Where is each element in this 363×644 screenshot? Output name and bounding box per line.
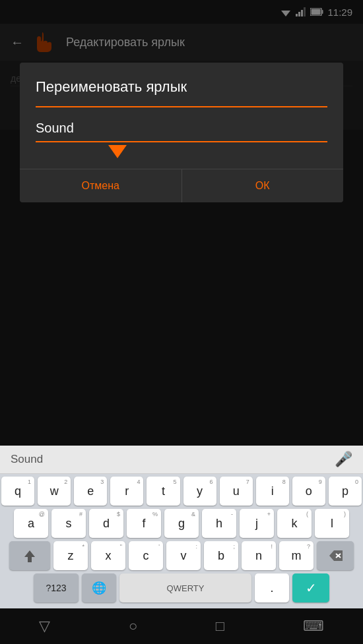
key-s[interactable]: #s [51,509,86,538]
dialog-buttons: Отмена ОК [20,169,343,202]
key-h[interactable]: -h [202,509,236,538]
key-d[interactable]: $d [89,509,123,538]
key-t[interactable]: 5t [147,477,180,506]
dialog-ok-button[interactable]: ОК [182,169,344,202]
key-o[interactable]: 9o [292,477,325,506]
keyboard-row-2: @a #s $d %f &g -h +j (k )l [1,509,362,538]
cursor-indicator [108,145,127,158]
shift-key[interactable] [9,541,50,570]
key-k[interactable]: (k [277,509,312,538]
keyboard-row-3: *z "x 'c :v ;b !n ?m [1,541,362,570]
keyboard-input-text: Sound [11,453,43,466]
key-y[interactable]: 6y [183,477,216,506]
keyboard-row-4: ?123 🌐 QWERTY . ✓ [1,573,362,602]
dialog-divider [36,106,327,107]
key-u[interactable]: 7u [220,477,253,506]
key-x[interactable]: "x [91,541,125,570]
enter-key[interactable]: ✓ [292,573,329,602]
dialog-cancel-button[interactable]: Отмена [20,169,182,202]
key-q[interactable]: 1q [1,477,34,506]
key-m[interactable]: ?m [279,541,314,570]
key-w[interactable]: 2w [38,477,71,506]
keyboard-input-bar: Sound 🎤 [0,446,363,474]
key-p[interactable]: 0p [329,477,362,506]
period-key[interactable]: . [255,573,289,602]
keyboard-row-1: 1q 2w 3e 4r 5t 6y 7u 8i 9o 0p [1,477,362,506]
globe-key[interactable]: 🌐 [82,573,116,602]
dialog-title: Переименовать ярлык [20,63,343,106]
rename-dialog: Переименовать ярлык Отмена ОК [20,63,343,202]
microphone-icon[interactable]: 🎤 [335,451,352,468]
key-f[interactable]: %f [127,509,161,538]
key-r[interactable]: 4r [110,477,143,506]
key-g[interactable]: &g [164,509,199,538]
rename-input[interactable] [36,118,327,142]
key-v[interactable]: :v [166,541,201,570]
key-i[interactable]: 8i [256,477,289,506]
key-c[interactable]: 'c [129,541,163,570]
backspace-key[interactable] [317,541,354,570]
symbols-key[interactable]: ?123 [34,573,79,602]
keyboard-container: Sound 🎤 1q 2w 3e 4r 5t 6y 7u 8i 9o 0p @a… [0,446,363,608]
dialog-input-wrap [20,118,343,163]
key-a[interactable]: @a [14,509,48,538]
key-e[interactable]: 3e [74,477,107,506]
svg-marker-8 [24,550,35,561]
space-key[interactable]: QWERTY [119,573,251,602]
keyboard: 1q 2w 3e 4r 5t 6y 7u 8i 9o 0p @a #s $d %… [0,474,363,608]
key-b[interactable]: ;b [204,541,238,570]
key-l[interactable]: )l [315,509,349,538]
svg-rect-9 [28,561,32,562]
key-z[interactable]: *z [53,541,88,570]
key-n[interactable]: !n [242,541,276,570]
key-j[interactable]: +j [240,509,274,538]
